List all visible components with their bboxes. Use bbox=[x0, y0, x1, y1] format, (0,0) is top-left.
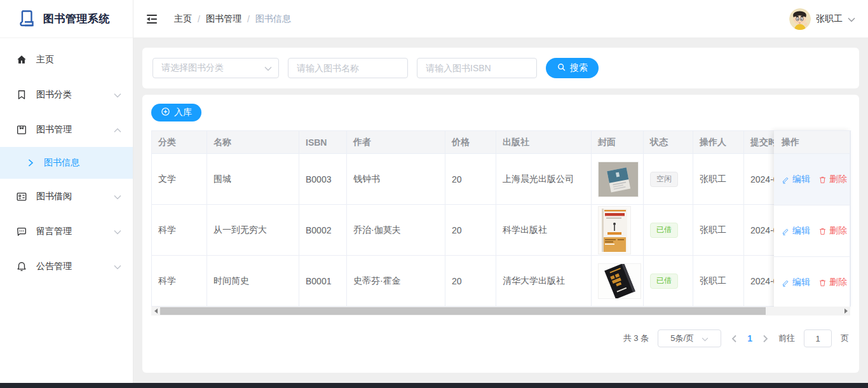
sidebar-menu: 主页 图书分类 图书管理 bbox=[0, 38, 133, 284]
sidebar-item-home[interactable]: 主页 bbox=[0, 42, 133, 77]
prev-page-icon[interactable] bbox=[730, 335, 738, 343]
sidebar: 图书管理系统 主页 图书分类 bbox=[0, 0, 133, 383]
column-header-price: 价格 bbox=[445, 131, 496, 154]
sidebar-item-label: 图书借阅 bbox=[36, 191, 114, 202]
book-isbn-input[interactable] bbox=[417, 58, 537, 78]
page-size-select[interactable]: 5条/页 bbox=[658, 329, 721, 347]
app-title: 图书管理系统 bbox=[43, 11, 110, 26]
sidebar-subitem-label: 图书信息 bbox=[44, 157, 79, 169]
category-select[interactable]: 请选择图书分类 bbox=[153, 58, 279, 78]
next-page-icon[interactable] bbox=[761, 335, 770, 343]
user-name: 张职工 bbox=[816, 13, 843, 25]
home-icon bbox=[15, 54, 28, 66]
table-row: 科学 时间简史 B0001 史蒂芬·霍金 20 清华大学出版社 bbox=[152, 256, 851, 307]
bell-icon bbox=[15, 261, 28, 272]
cell-publisher: 清华大学出版社 bbox=[496, 256, 592, 307]
sidebar-item-notice-management[interactable]: 公告管理 bbox=[0, 249, 133, 284]
search-button[interactable]: 搜索 bbox=[546, 58, 599, 78]
sidebar-subitem-book-info[interactable]: 图书信息 bbox=[0, 147, 133, 179]
sidebar-item-message-management[interactable]: 留言管理 bbox=[0, 214, 133, 249]
column-header-category: 分类 bbox=[152, 131, 207, 154]
caret-down-icon bbox=[848, 13, 855, 25]
app-logo: 图书管理系统 bbox=[0, 0, 133, 38]
delete-button[interactable]: 删除 bbox=[818, 277, 847, 288]
delete-button[interactable]: 删除 bbox=[818, 174, 847, 185]
message-icon bbox=[15, 226, 28, 237]
cell-name: 从一到无穷大 bbox=[207, 205, 299, 256]
cell-isbn: B0001 bbox=[299, 256, 347, 307]
breadcrumb-separator: / bbox=[198, 14, 200, 24]
delete-button[interactable]: 删除 bbox=[818, 225, 847, 237]
row-actions: 编辑 删除 bbox=[774, 154, 850, 205]
scroll-left-arrow-icon[interactable] bbox=[151, 307, 160, 315]
chevron-down-icon bbox=[702, 334, 709, 343]
cell-publisher: 科学出版社 bbox=[496, 205, 592, 256]
cell-cover bbox=[592, 256, 644, 307]
scroll-right-arrow-icon[interactable] bbox=[841, 307, 850, 315]
cell-isbn: B0002 bbox=[299, 205, 347, 256]
column-header-author: 作者 bbox=[347, 131, 445, 154]
book-cover-image-infinity bbox=[598, 206, 631, 254]
goto-label: 前往 bbox=[778, 333, 795, 344]
topbar: 主页 / 图书管理 / 图书信息 bbox=[133, 0, 868, 38]
sidebar-item-book-management[interactable]: 图书管理 bbox=[0, 112, 133, 147]
breadcrumb-separator: / bbox=[247, 14, 250, 24]
breadcrumb-item-current: 图书信息 bbox=[255, 13, 291, 25]
edit-button[interactable]: 编辑 bbox=[782, 277, 810, 288]
cell-status: 空闲 bbox=[644, 154, 693, 205]
book-icon bbox=[15, 124, 28, 135]
goto-page-input[interactable] bbox=[804, 329, 832, 347]
category-select-placeholder: 请选择图书分类 bbox=[161, 62, 224, 74]
column-header-name: 名称 bbox=[207, 131, 299, 154]
cell-cover bbox=[592, 154, 644, 205]
book-table: 分类 名称 ISBN 作者 价格 出版社 封面 状态 操作人 提交时间 bbox=[151, 130, 850, 307]
edit-label: 编辑 bbox=[792, 225, 810, 237]
add-book-button[interactable]: 入库 bbox=[151, 104, 201, 121]
cell-price: 20 bbox=[445, 205, 496, 256]
breadcrumb-item-book-management[interactable]: 图书管理 bbox=[206, 13, 241, 25]
table-header-row: 分类 名称 ISBN 作者 价格 出版社 封面 状态 操作人 提交时间 bbox=[152, 131, 851, 154]
cell-status: 已借 bbox=[644, 256, 693, 307]
search-icon bbox=[557, 62, 566, 74]
column-header-status: 状态 bbox=[644, 131, 693, 154]
cell-author: 乔治·伽莫夫 bbox=[347, 205, 445, 256]
page-number-current[interactable]: 1 bbox=[747, 333, 752, 343]
sidebar-item-book-borrow[interactable]: 图书借阅 bbox=[0, 179, 133, 214]
status-badge-borrowed: 已借 bbox=[650, 223, 678, 238]
status-badge-idle: 空闲 bbox=[650, 172, 678, 187]
bookmark-icon bbox=[15, 89, 28, 100]
cell-status: 已借 bbox=[644, 205, 693, 256]
edit-button[interactable]: 编辑 bbox=[782, 174, 810, 185]
delete-label: 删除 bbox=[829, 277, 847, 288]
cell-operator: 张职工 bbox=[693, 256, 744, 307]
cell-author: 钱钟书 bbox=[347, 154, 445, 205]
cell-name: 时间简史 bbox=[207, 256, 299, 307]
chevron-up-icon bbox=[114, 125, 121, 135]
book-name-input[interactable] bbox=[288, 58, 408, 78]
edit-label: 编辑 bbox=[792, 277, 810, 288]
user-menu[interactable]: 张职工 bbox=[789, 8, 855, 30]
search-button-label: 搜索 bbox=[570, 62, 588, 74]
search-panel: 请选择图书分类 搜索 bbox=[142, 48, 859, 88]
sidebar-item-label: 图书管理 bbox=[36, 124, 114, 135]
delete-label: 删除 bbox=[829, 174, 847, 185]
horizontal-scrollbar[interactable] bbox=[151, 307, 850, 315]
sidebar-item-label: 公告管理 bbox=[36, 261, 114, 272]
avatar bbox=[789, 8, 811, 30]
bottom-window-edge bbox=[0, 383, 868, 388]
cell-category: 科学 bbox=[152, 256, 207, 307]
book-logo-icon bbox=[18, 8, 37, 30]
cell-name: 围城 bbox=[207, 154, 299, 205]
edit-button[interactable]: 编辑 bbox=[782, 225, 810, 237]
chevron-down-icon bbox=[114, 191, 121, 202]
breadcrumb-item-home[interactable]: 主页 bbox=[174, 13, 192, 25]
column-header-publisher: 出版社 bbox=[496, 131, 592, 154]
column-header-actions: 操作 bbox=[774, 130, 850, 154]
sidebar-fold-icon[interactable] bbox=[145, 12, 159, 26]
scrollbar-thumb[interactable] bbox=[160, 307, 766, 315]
page-size-value: 5条/页 bbox=[670, 333, 694, 344]
plus-circle-icon bbox=[161, 107, 170, 118]
table-row: 文学 围城 B0003 钱钟书 20 上海晨光出版公司 bbox=[152, 154, 851, 205]
sidebar-item-book-category[interactable]: 图书分类 bbox=[0, 77, 133, 112]
chevron-down-icon bbox=[114, 261, 121, 272]
